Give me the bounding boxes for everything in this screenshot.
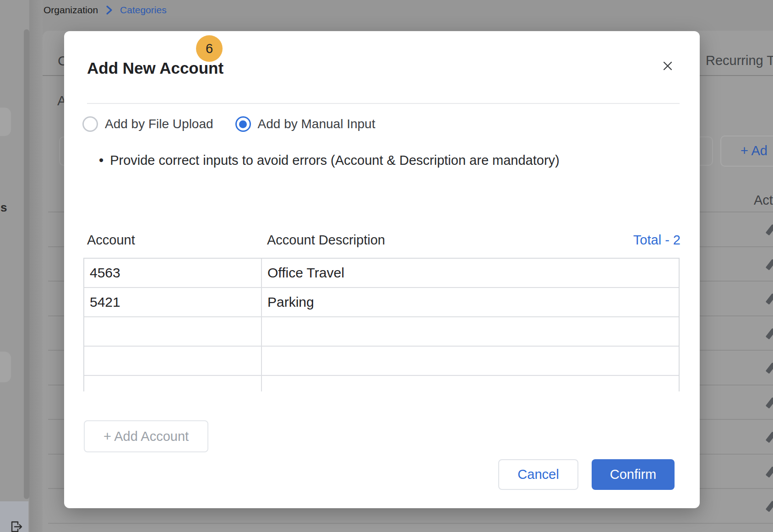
tab-recurring-transactions[interactable]: Recurring Tr: [706, 53, 773, 68]
column-header-description: Account Description: [267, 233, 385, 248]
account-cell[interactable]: 5421: [84, 288, 262, 316]
accounts-table: 4563 Office Travel 5421 Parking: [83, 258, 680, 391]
table-row: [84, 376, 679, 391]
account-cell[interactable]: [84, 347, 262, 375]
table-row: [84, 317, 679, 347]
table-row-divider: [48, 523, 773, 524]
description-cell[interactable]: Office Travel: [262, 259, 679, 287]
background-add-button[interactable]: + Ad: [720, 136, 773, 167]
radio-label[interactable]: Add by Manual Input: [258, 117, 376, 131]
modal-divider: [87, 103, 680, 104]
description-cell[interactable]: [262, 376, 679, 391]
sidebar-label-fragment: s: [0, 201, 7, 215]
column-header-account: Account: [87, 233, 135, 248]
account-cell[interactable]: 4563: [84, 259, 262, 287]
table-row: 4563 Office Travel: [84, 259, 679, 288]
radio-on-icon[interactable]: [235, 116, 251, 132]
note-line: • Provide correct inputs to avoid errors…: [99, 153, 560, 168]
add-account-button[interactable]: + Add Account: [84, 420, 208, 452]
description-cell[interactable]: [262, 317, 679, 346]
step-badge: 6: [196, 35, 223, 62]
logout-icon[interactable]: [9, 520, 23, 532]
bullet-dot: •: [99, 153, 103, 168]
cancel-button[interactable]: Cancel: [498, 459, 578, 490]
total-count-label: Total - 2: [633, 233, 680, 248]
input-mode-radio-group: Add by File Upload Add by Manual Input: [82, 116, 375, 132]
chevron-right-icon: [104, 5, 114, 16]
sidebar-item-highlight[interactable]: [0, 108, 11, 136]
sidebar-scrollbar[interactable]: [24, 29, 29, 499]
modal-title: Add New Account: [87, 59, 223, 78]
breadcrumb: Organization Categories: [44, 4, 167, 16]
description-cell[interactable]: [262, 347, 679, 375]
radio-label[interactable]: Add by File Upload: [105, 117, 213, 131]
breadcrumb-categories[interactable]: Categories: [120, 5, 167, 16]
table-row: 5421 Parking: [84, 288, 679, 317]
radio-add-by-manual-input[interactable]: Add by Manual Input: [235, 116, 376, 132]
actions-column-header-fragment: Acti: [754, 193, 773, 208]
radio-add-by-file-upload[interactable]: Add by File Upload: [82, 116, 213, 132]
confirm-button[interactable]: Confirm: [592, 459, 675, 490]
sidebar-shadow: [29, 0, 43, 532]
table-row: [84, 347, 679, 376]
add-new-account-modal: 6 Add New Account Add by File Upload Add…: [64, 31, 700, 508]
radio-off-icon[interactable]: [82, 116, 98, 132]
account-cell[interactable]: [84, 317, 262, 346]
description-cell[interactable]: Parking: [262, 288, 679, 316]
close-icon[interactable]: [659, 58, 676, 74]
account-cell[interactable]: [84, 376, 262, 391]
breadcrumb-organization[interactable]: Organization: [44, 5, 98, 16]
note-text: Provide correct inputs to avoid errors (…: [110, 153, 560, 168]
sidebar-item-highlight[interactable]: [0, 352, 11, 382]
